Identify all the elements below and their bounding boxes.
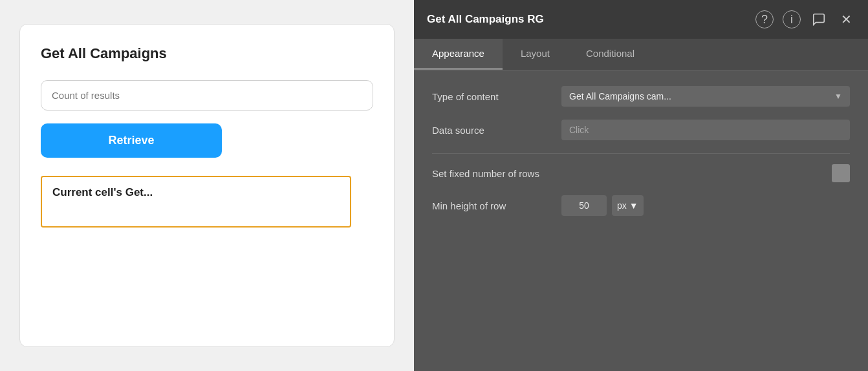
widget-title: Get All Campaigns	[41, 45, 373, 62]
set-fixed-rows-toggle[interactable]	[832, 164, 850, 182]
min-height-label: Min height of row	[432, 200, 561, 211]
unit-label: px	[617, 200, 627, 211]
data-source-label: Data source	[432, 125, 561, 136]
data-source-row: Data source Click	[432, 120, 850, 140]
chevron-down-icon: ▼	[834, 92, 842, 101]
data-source-field[interactable]: Click	[561, 120, 850, 140]
chat-icon[interactable]	[810, 10, 828, 28]
type-of-content-row: Type of content Get All Campaigns cam...…	[432, 86, 850, 107]
info-icon[interactable]: i	[783, 10, 801, 28]
tabs-row: Appearance Layout Conditional	[414, 39, 868, 70]
unit-chevron-icon: ▼	[629, 200, 638, 211]
right-panel: Get All Campaigns RG ? i ✕ Appearance La…	[414, 0, 868, 371]
type-of-content-dropdown[interactable]: Get All Campaigns cam... ▼	[561, 86, 850, 107]
set-fixed-rows-label: Set fixed number of rows	[432, 168, 832, 179]
unit-select[interactable]: px ▼	[612, 195, 644, 216]
panel-content: Type of content Get All Campaigns cam...…	[414, 70, 868, 371]
help-icon[interactable]: ?	[755, 10, 774, 28]
tab-conditional[interactable]: Conditional	[568, 39, 653, 70]
cell-box: Current cell's Get...	[41, 176, 351, 228]
cell-text: Current cell's Get...	[52, 186, 153, 198]
type-of-content-value: Get All Campaigns cam...	[569, 91, 671, 101]
type-of-content-label: Type of content	[432, 91, 561, 102]
panel-title: Get All Campaigns RG	[427, 13, 544, 26]
type-of-content-select[interactable]: Get All Campaigns cam... ▼	[561, 86, 850, 107]
set-fixed-rows-row: Set fixed number of rows	[432, 164, 850, 182]
panel-header: Get All Campaigns RG ? i ✕	[414, 0, 868, 39]
min-height-row: Min height of row px ▼	[432, 195, 850, 216]
left-panel: Get All Campaigns Retrieve Current cell'…	[0, 0, 414, 371]
header-icons: ? i ✕	[755, 10, 855, 28]
tab-appearance[interactable]: Appearance	[414, 39, 503, 70]
min-height-input[interactable]	[561, 195, 607, 216]
tab-layout[interactable]: Layout	[503, 39, 568, 70]
retrieve-button[interactable]: Retrieve	[41, 123, 222, 158]
data-source-click[interactable]: Click	[561, 120, 850, 140]
close-icon[interactable]: ✕	[837, 10, 855, 28]
divider	[432, 153, 850, 154]
min-height-controls: px ▼	[561, 195, 644, 216]
widget-card: Get All Campaigns Retrieve Current cell'…	[19, 24, 395, 347]
count-input[interactable]	[41, 80, 373, 111]
